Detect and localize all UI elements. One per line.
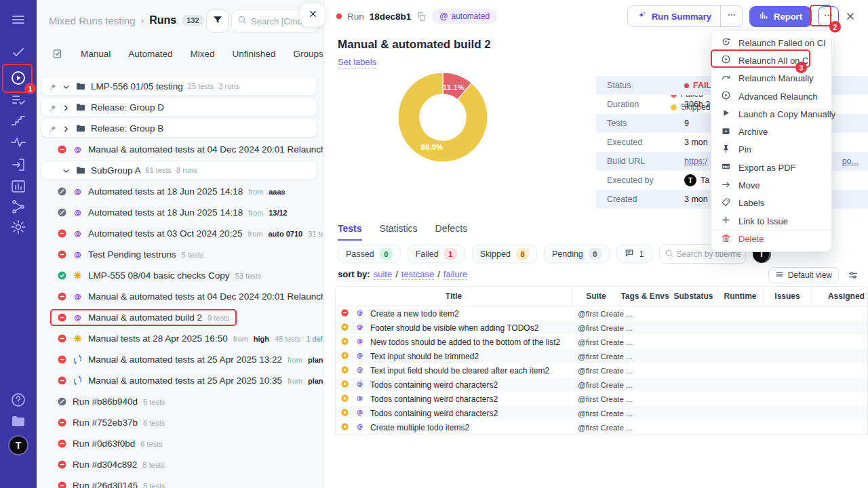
menu-item-advanced-relaunch[interactable]: Advanced Relaunch — [711, 87, 831, 105]
set-labels-link[interactable]: Set labels — [338, 57, 376, 68]
run-list-item[interactable]: LMP-555 08/04 basic checks Copy53 tests — [37, 265, 323, 286]
run-list-item[interactable]: @Automated tests at 18 Jun 2025 14:18fro… — [37, 181, 323, 202]
copy-icon[interactable] — [416, 12, 427, 22]
table-row[interactable]: @Todos containing weird characters2@firs… — [336, 378, 867, 392]
menu-item-export-as-pdf[interactable]: PDFExport as PDF — [711, 159, 831, 176]
run-list-item[interactable]: @Manual & automated build 29 tests — [37, 307, 323, 328]
breadcrumb-project[interactable]: Mixed Runs testing — [49, 15, 136, 26]
run-list-item[interactable]: @Automated tests at 03 Oct 2024 20:25fro… — [37, 223, 323, 244]
comments-filter-chip[interactable]: 1 — [616, 245, 652, 263]
sidebar-tasks-icon[interactable] — [10, 44, 26, 60]
detail-close-button[interactable] — [845, 11, 856, 22]
sidebar-help-icon[interactable] — [10, 392, 26, 408]
sidebar-milestones-icon[interactable] — [10, 111, 26, 127]
sidebar-imports-icon[interactable] — [10, 157, 26, 173]
menu-item-labels[interactable]: Labels — [711, 195, 831, 212]
run-group-row[interactable]: SubGroup A61 tests8 runs — [41, 161, 317, 180]
menu-item-move[interactable]: Move — [711, 176, 831, 194]
sidebar-runs-play-icon[interactable] — [10, 70, 26, 86]
table-row[interactable]: @Text input should be trimmed2@first Cre… — [336, 349, 867, 363]
menu-item-archive[interactable]: Archive — [711, 123, 831, 140]
menu-item-delete[interactable]: Delete — [711, 230, 831, 247]
select-runs-icon[interactable] — [52, 48, 63, 60]
run-list-item[interactable]: Run #26d301455 tests — [37, 475, 323, 488]
filter-chip-pending[interactable]: Pending0 — [544, 245, 610, 263]
comments-count: 1 — [639, 249, 644, 259]
runs-tab-automated[interactable]: Automated — [128, 49, 172, 59]
build-url-link[interactable]: https:/ — [684, 157, 707, 166]
run-group-row[interactable]: Release: Group D — [41, 98, 317, 117]
run-list-item[interactable]: @Manual & automated tests at 04 Dec 2024… — [37, 139, 323, 160]
run-group-row[interactable]: LMP-556 01/05 testing25 tests3 runs — [41, 77, 317, 96]
sidebar-projects-icon[interactable] — [10, 413, 26, 429]
runs-tab-groups[interactable]: Groups — [293, 49, 323, 59]
column-header-tags-envs[interactable]: Tags & Envs — [620, 287, 670, 306]
tab-defects[interactable]: Defects — [435, 223, 467, 241]
column-header-title[interactable]: Title — [336, 287, 572, 306]
menu-item-launch-a-copy-manually[interactable]: Launch a Copy Manually — [711, 105, 831, 123]
runs-tab-manual[interactable]: Manual — [81, 49, 111, 59]
filter-chip-passed[interactable]: Passed0 — [338, 245, 401, 263]
table-row[interactable]: @Create multiple todo items2@first Creat… — [336, 420, 867, 434]
sort-by-failure[interactable]: failure — [443, 269, 467, 280]
view-selector[interactable]: Default view — [768, 267, 839, 283]
filter-button[interactable] — [206, 9, 229, 33]
table-row[interactable]: @Todos containing weird characters2@firs… — [336, 406, 867, 420]
table-row[interactable]: @Text input field should be cleared afte… — [336, 363, 867, 378]
menu-item-relaunch-all-on-ci[interactable]: Relaunch All on CI — [711, 52, 831, 69]
column-header-substatus[interactable]: Substatus — [670, 287, 717, 306]
more-actions-button[interactable] — [818, 6, 839, 26]
menu-item-pin[interactable]: Pin — [711, 141, 831, 159]
menu-item-link-to-issue[interactable]: Link to Issue — [711, 212, 831, 230]
run-list-item[interactable]: Run #d304c8928 tests — [37, 454, 323, 475]
columns-settings-icon[interactable] — [848, 270, 859, 281]
test-title-cell: @Create multiple todo items2 — [336, 422, 572, 432]
filter-chip-failed[interactable]: Failed1 — [408, 245, 465, 263]
table-row[interactable]: @Todos containing weird characters2@firs… — [336, 392, 867, 406]
table-row[interactable]: @New todos should be added to the bottom… — [336, 335, 867, 349]
sidebar-test-plans-icon[interactable] — [10, 92, 26, 108]
sidebar-branches-icon[interactable] — [10, 199, 26, 215]
column-header-suite[interactable]: Suite — [572, 287, 620, 306]
sidebar-pulse-icon[interactable] — [10, 134, 26, 150]
build-url-link-extra[interactable]: po... — [842, 157, 859, 166]
filter-chip-skipped[interactable]: Skipped8 — [472, 245, 537, 263]
panel-close-card[interactable] — [300, 3, 325, 26]
column-header-runtime[interactable]: Runtime — [717, 287, 764, 306]
run-summary-button[interactable]: Run Summary — [628, 6, 720, 26]
run-list-item[interactable]: Run #b86b940d6 tests — [37, 391, 323, 412]
automated-badge[interactable]: @ automated — [432, 9, 497, 24]
defects-link[interactable]: 1 defects — [306, 335, 323, 343]
table-row[interactable]: @Create a new todo item2@first Create ..… — [336, 306, 867, 321]
menu-item-relaunch-manually[interactable]: Relaunch Manually — [711, 70, 831, 87]
run-list-item[interactable]: @Manual & automated tests at 04 Dec 2024… — [37, 286, 323, 307]
menu-item-relaunch-failed-on-ci[interactable]: Relaunch Failed on CI — [711, 34, 831, 52]
run-list-item[interactable]: Run #752eb37b6 tests — [37, 412, 323, 433]
runs-tab-mixed[interactable]: Mixed — [191, 49, 215, 59]
run-list-item[interactable]: Manual & automated tests at 25 Apr 2025 … — [37, 370, 323, 391]
run-summary-more-button[interactable] — [720, 6, 743, 26]
tab-statistics[interactable]: Statistics — [380, 223, 418, 241]
run-row-content: LMP-555 08/04 basic checks Copy53 tests — [50, 267, 268, 284]
link-issue-icon — [721, 215, 731, 227]
sort-by-testcase[interactable]: testcase — [401, 269, 434, 280]
donut-label: 11.1% — [443, 83, 465, 92]
column-header-issues[interactable]: Issues — [764, 287, 812, 306]
report-button[interactable]: Report — [749, 6, 812, 27]
run-list-item[interactable]: Manual tests at 28 Apr 2025 16:50fromhig… — [37, 328, 323, 349]
run-group-row[interactable]: Release: Group B — [41, 119, 317, 138]
tab-tests[interactable]: Tests — [338, 223, 362, 241]
sidebar-settings-icon[interactable] — [10, 219, 26, 235]
sidebar-user-avatar[interactable]: T — [9, 436, 27, 454]
move-icon — [721, 180, 731, 192]
run-list-item[interactable]: @Test Pending testruns5 tests — [37, 244, 323, 265]
sidebar-analytics-icon[interactable] — [10, 178, 26, 195]
sort-by-suite[interactable]: suite — [374, 269, 392, 280]
runs-tab-unfinished[interactable]: Unfinished — [233, 49, 276, 59]
run-list-item[interactable]: @Automated tests at 18 Jun 2025 14:18fro… — [37, 202, 323, 223]
column-header-assigned-to[interactable]: Assigned To — [812, 287, 868, 306]
run-list-item[interactable]: Manual & automated tests at 25 Apr 2025 … — [37, 349, 323, 370]
run-list-item[interactable]: Run #0d63f0bd6 tests — [37, 433, 323, 454]
table-row[interactable]: @Footer should be visible when adding TO… — [336, 321, 867, 335]
sidebar-menu-icon[interactable] — [10, 12, 26, 28]
